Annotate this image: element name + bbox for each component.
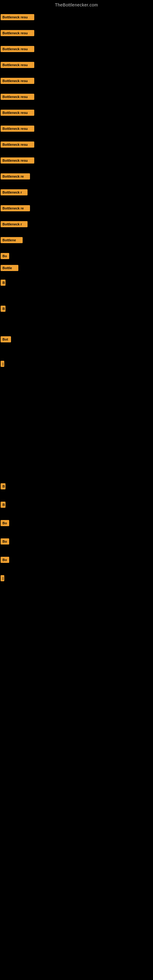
bottleneck-result-badge[interactable]: B — [1, 483, 5, 489]
result-item[interactable]: Bottle — [1, 265, 18, 272]
result-item[interactable]: Bottleneck resu — [1, 158, 34, 165]
result-item[interactable]: Bottleneck resu — [1, 14, 34, 21]
bottleneck-result-badge[interactable]: Bottleneck resu — [1, 14, 34, 20]
result-item[interactable]: Bottleneck resu — [1, 94, 34, 101]
bottleneck-result-badge[interactable]: Bo — [1, 538, 9, 544]
bottleneck-result-badge[interactable]: Bottleneck resu — [1, 142, 34, 148]
bottleneck-result-badge[interactable]: Bottleneck resu — [1, 46, 34, 52]
result-item[interactable]: Bottleneck re — [1, 173, 30, 181]
bottleneck-result-badge[interactable]: | — [1, 575, 4, 581]
result-item[interactable]: B — [1, 483, 5, 491]
result-item[interactable]: Bo — [1, 557, 9, 564]
bottleneck-result-badge[interactable]: Bo — [1, 520, 9, 526]
bottleneck-result-badge[interactable]: Bottleneck resu — [1, 62, 34, 68]
bottleneck-result-badge[interactable]: Bottlene — [1, 237, 22, 243]
result-item[interactable]: Bottleneck resu — [1, 126, 34, 133]
result-item[interactable]: B — [1, 280, 5, 287]
result-item[interactable]: Bo — [1, 538, 9, 546]
bottleneck-result-badge[interactable]: B — [1, 280, 5, 286]
bottleneck-result-badge[interactable]: Bot — [1, 336, 11, 342]
bottleneck-result-badge[interactable]: Bottleneck resu — [1, 110, 34, 116]
result-item[interactable]: Bottleneck resu — [1, 62, 34, 69]
result-item[interactable]: Bot — [1, 336, 11, 344]
bottleneck-result-badge[interactable]: B — [1, 305, 5, 312]
bottleneck-result-badge[interactable]: Bottleneck resu — [1, 78, 34, 84]
result-item[interactable]: B — [1, 305, 5, 313]
result-item[interactable]: Bottleneck re — [1, 205, 30, 213]
site-title: TheBottlenecker.com — [0, 0, 153, 9]
bottleneck-result-badge[interactable]: Bottle — [1, 265, 18, 271]
result-item[interactable]: Bottleneck resu — [1, 30, 34, 37]
bottleneck-result-badge[interactable]: Bottleneck r — [1, 189, 27, 196]
bottleneck-result-badge[interactable]: | — [1, 361, 4, 367]
bottleneck-result-badge[interactable]: Bo — [1, 253, 9, 259]
result-item[interactable]: Bo — [1, 520, 9, 527]
result-item[interactable]: Bottleneck r — [1, 221, 27, 229]
result-item[interactable]: Bo — [1, 253, 9, 260]
result-item[interactable]: Bottleneck r — [1, 189, 27, 197]
bottleneck-result-badge[interactable]: Bottleneck re — [1, 205, 30, 211]
bottleneck-result-badge[interactable]: B — [1, 502, 5, 508]
bottleneck-result-badge[interactable]: Bottleneck resu — [1, 158, 34, 164]
result-item[interactable]: Bottleneck resu — [1, 142, 34, 149]
result-item[interactable]: | — [1, 575, 4, 582]
result-item[interactable]: Bottleneck resu — [1, 46, 34, 53]
result-item[interactable]: | — [1, 361, 4, 368]
bottleneck-result-badge[interactable]: Bottleneck resu — [1, 94, 34, 100]
result-item[interactable]: B — [1, 502, 5, 509]
result-item[interactable]: Bottleneck resu — [1, 78, 34, 85]
bottleneck-result-badge[interactable]: Bottleneck resu — [1, 126, 34, 132]
bottleneck-result-badge[interactable]: Bottleneck resu — [1, 30, 34, 36]
result-item[interactable]: Bottlene — [1, 237, 22, 244]
bottleneck-result-badge[interactable]: Bottleneck r — [1, 221, 27, 227]
bottleneck-result-badge[interactable]: Bo — [1, 557, 9, 563]
result-item[interactable]: Bottleneck resu — [1, 110, 34, 117]
bottleneck-result-badge[interactable]: Bottleneck re — [1, 173, 30, 180]
